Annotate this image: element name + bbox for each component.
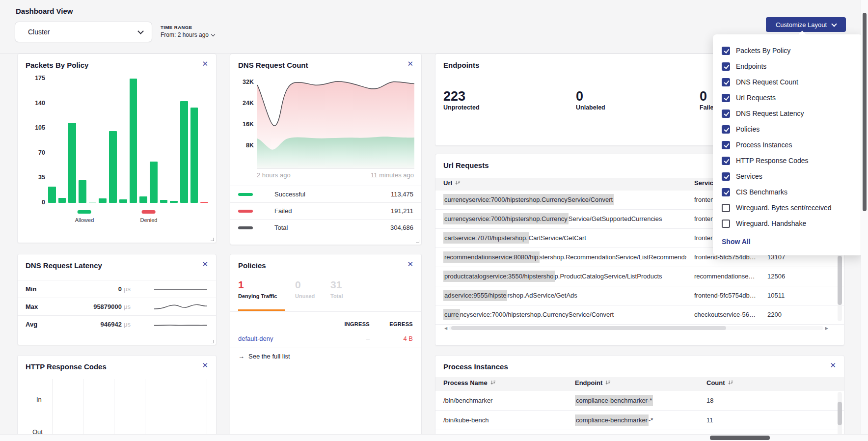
policy-link[interactable]: default-deny — [238, 335, 273, 342]
bar-denied — [200, 202, 208, 203]
stat-denying-traffic[interactable]: 1 Denying Traffic — [238, 279, 277, 299]
scrollbar-thumb[interactable] — [710, 436, 770, 440]
y-tick-label: 16K — [231, 121, 254, 128]
checkbox-unchecked-icon[interactable] — [722, 204, 730, 212]
menu-item[interactable]: DNS Request Count — [713, 74, 863, 90]
checkbox-checked-icon[interactable] — [722, 62, 730, 71]
table-horizontal-scrollbar[interactable]: ◀ ▶ — [442, 325, 830, 331]
scroll-right-icon[interactable]: ▶ — [823, 326, 830, 331]
column-header-url[interactable]: Url — [443, 179, 461, 187]
scrollbar-thumb[interactable] — [838, 402, 842, 425]
endpoint-cell: compliance-benchmarker-* — [575, 391, 653, 410]
see-full-list-link[interactable]: → See the full list — [238, 353, 290, 360]
card-title: Packets By Policy — [26, 61, 88, 69]
menu-item[interactable]: HTTP Response Codes — [713, 153, 863, 168]
bar-allowed — [190, 108, 198, 203]
policy-row: default-deny – 4 B — [230, 331, 421, 348]
scroll-left-icon[interactable]: ◀ — [442, 326, 449, 331]
checkbox-checked-icon[interactable] — [722, 172, 730, 181]
latency-value: 95879000μs — [62, 298, 131, 315]
customize-layout-button[interactable]: Customize Layout — [766, 17, 846, 32]
close-icon[interactable]: ✕ — [202, 361, 208, 370]
checkbox-unchecked-icon[interactable] — [722, 220, 730, 228]
table-row[interactable]: /bin/kube-benchcompliance-benchmarker-*1… — [435, 411, 844, 430]
time-range-from[interactable]: From: 2 hours ago — [161, 31, 215, 38]
table-vertical-scrollbar[interactable] — [838, 392, 842, 441]
resize-handle-icon[interactable] — [416, 240, 419, 243]
column-header-label: Count — [706, 379, 725, 386]
stat-value: 223 — [443, 89, 480, 103]
page-vertical-scrollbar[interactable] — [861, 0, 868, 441]
menu-item-label: DNS Request Latency — [736, 110, 804, 117]
column-header-label: Endpoint — [575, 379, 602, 386]
table-row[interactable]: /bin/benchmarkercompliance-benchmarker-*… — [435, 391, 844, 411]
menu-item[interactable]: Services — [713, 168, 863, 184]
checkbox-checked-icon[interactable] — [722, 141, 730, 149]
menu-item[interactable]: Policies — [713, 121, 863, 137]
checkbox-checked-icon[interactable] — [722, 188, 730, 196]
table-row[interactable]: adservice:9555/hipstershop.AdService/Get… — [435, 286, 844, 305]
url-cell: recommendationservice:8080/hipstershop.R… — [443, 248, 686, 267]
bar-allowed — [119, 199, 127, 203]
scrollbar-thumb[interactable] — [451, 326, 726, 330]
resize-handle-icon[interactable] — [211, 238, 214, 241]
column-header-count[interactable]: Count — [706, 379, 733, 386]
legend-row: Failed191,211 — [230, 202, 421, 219]
latency-rows: Min0μsMax95879000μsAvg946942μs — [18, 280, 216, 333]
legend-name: Total — [274, 224, 288, 231]
menu-item-label: Policies — [736, 125, 760, 133]
menu-item-label: CIS Benchmarks — [736, 188, 787, 196]
show-all-link[interactable]: Show All — [722, 238, 863, 246]
y-tick-label: 105 — [23, 124, 45, 131]
card-title: DNS Request Count — [238, 61, 308, 69]
sort-icon — [605, 380, 611, 386]
endpoint-stat: 0Unlabeled — [576, 89, 605, 111]
checkbox-checked-icon[interactable] — [722, 125, 730, 134]
close-icon[interactable]: ✕ — [407, 59, 413, 68]
checkbox-checked-icon[interactable] — [722, 78, 730, 86]
scrollbar-track[interactable] — [449, 326, 823, 330]
latency-unit: μs — [124, 303, 131, 310]
page-horizontal-scrollbar[interactable] — [0, 434, 868, 441]
process-rows: /bin/benchmarkercompliance-benchmarker-*… — [435, 391, 844, 441]
stat-label: Unprotected — [443, 104, 480, 111]
menu-item[interactable]: Endpoints — [713, 58, 863, 74]
url-highlight: productcatalogservice:3550/hipstersho — [443, 271, 555, 282]
checkbox-checked-icon[interactable] — [722, 110, 730, 118]
denied-label: Denied — [140, 217, 158, 223]
menu-item-label: HTTP Response Codes — [736, 157, 809, 165]
close-icon[interactable]: ✕ — [830, 361, 836, 370]
menu-item[interactable]: Wireguard. Handshake — [713, 216, 863, 231]
menu-item[interactable]: Packets By Policy — [713, 43, 863, 58]
table-row[interactable]: currencyservice:7000/hipstershop.Currenc… — [435, 305, 844, 325]
bar-allowed — [170, 201, 178, 203]
checkbox-checked-icon[interactable] — [722, 157, 730, 165]
scrollbar-thumb[interactable] — [863, 13, 867, 211]
checkbox-checked-icon[interactable] — [722, 94, 730, 102]
stat-unused[interactable]: 0 Unused — [295, 279, 315, 299]
menu-item[interactable]: Wireguard. Bytes sent/received — [713, 200, 863, 216]
scrollbar-thumb[interactable] — [838, 256, 842, 305]
resize-handle-icon[interactable] — [211, 340, 214, 343]
view-selector[interactable]: Cluster — [15, 22, 152, 42]
card-packets-by-policy: Packets By Policy ✕ 17514010570350 Allow… — [17, 54, 217, 243]
close-icon[interactable]: ✕ — [202, 260, 208, 269]
gridline — [114, 379, 114, 441]
menu-item[interactable]: Process Instances — [713, 137, 863, 153]
close-icon[interactable]: ✕ — [407, 260, 413, 269]
endpoint-highlight: compliance-benchmarker-* — [575, 395, 653, 406]
menu-item[interactable]: CIS Benchmarks — [713, 184, 863, 200]
allowed-label: Allowed — [75, 217, 94, 223]
menu-item[interactable]: Url Requests — [713, 90, 863, 106]
column-header-endpoint[interactable]: Endpoint — [575, 379, 611, 386]
allowed-swatch — [78, 210, 91, 214]
table-row[interactable]: productcatalogservice:3550/hipstershop.P… — [435, 267, 844, 286]
column-header-process-name[interactable]: Process Name — [443, 379, 496, 386]
checkbox-checked-icon[interactable] — [722, 47, 730, 55]
bar-allowed — [48, 187, 56, 203]
close-icon[interactable]: ✕ — [202, 59, 208, 68]
stat-total[interactable]: 31 Total — [330, 279, 343, 299]
card-dns-request-count: DNS Request Count ✕ 32K24K16K8K 2 hours … — [230, 54, 422, 245]
bar-chart — [48, 79, 208, 203]
menu-item[interactable]: DNS Request Latency — [713, 106, 863, 121]
